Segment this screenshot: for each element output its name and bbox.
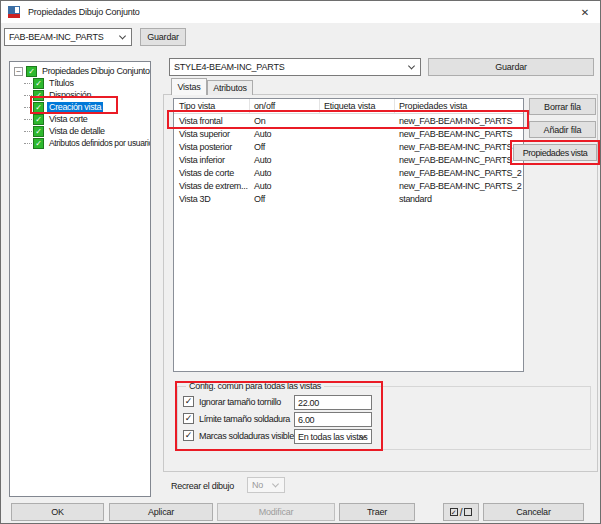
ok-button[interactable]: OK: [11, 503, 104, 521]
cell-tipo: Vista superior: [174, 129, 250, 139]
tab-vistas[interactable]: Vistas: [171, 78, 207, 95]
table-row[interactable]: Vistas de corte Auto new_FAB-BEAM-INC_PA…: [174, 166, 523, 179]
cell-props: new_FAB-BEAM-INC_PARTS: [395, 142, 523, 152]
save-profile-button[interactable]: Guardar: [140, 28, 186, 46]
dialog-window: Propiedades Dibujo Conjunto ✕ FAB-BEAM-I…: [0, 0, 601, 524]
style-combobox[interactable]: STYLE4-BEAM-INC_PARTS: [169, 58, 421, 76]
checkbox-checked-icon[interactable]: ✓: [33, 114, 44, 125]
tab-atributos[interactable]: Atributos: [207, 80, 253, 95]
weld-marks-select-value: En todas las vistas: [298, 432, 367, 442]
table-row[interactable]: Vista superior Auto new_FAB-BEAM-INC_PAR…: [174, 127, 523, 140]
checkbox-checked-icon[interactable]: ✓: [33, 78, 44, 89]
tree-connector: [24, 107, 32, 108]
views-table-header: Tipo vista on/off Etiqueta vista Propied…: [174, 99, 523, 114]
tree-connector: [24, 143, 32, 144]
chevron-down-icon: [119, 32, 126, 39]
cell-onoff: Off: [250, 194, 320, 204]
title-bar: Propiedades Dibujo Conjunto ✕: [1, 1, 600, 23]
recreate-drawing-label: Recrear el dibujo: [171, 481, 234, 491]
tree-item-label-selected[interactable]: Creación vista: [47, 102, 103, 112]
checkbox-checked-icon[interactable]: ✓: [33, 90, 44, 101]
checkbox-checked-icon[interactable]: ✓: [26, 66, 37, 77]
tree-item-atributos-usuario[interactable]: ✓ Atributos definidos por usuario: [24, 137, 151, 149]
tree-item-label[interactable]: Títulos: [47, 78, 76, 88]
table-row-selected[interactable]: Vista frontal On new_FAB-BEAM-INC_PARTS: [174, 114, 523, 127]
table-row[interactable]: Vista posterior Off new_FAB-BEAM-INC_PAR…: [174, 140, 523, 153]
checkbox-checked-icon[interactable]: ✓: [183, 430, 194, 441]
column-header-propiedades[interactable]: Propiedades vista: [395, 99, 523, 113]
tree-connector: [24, 119, 32, 120]
app-icon: [8, 6, 20, 18]
views-table: Tipo vista on/off Etiqueta vista Propied…: [173, 98, 524, 372]
get-button[interactable]: Traer: [339, 503, 415, 521]
table-row[interactable]: Vistas de extrem... Auto new_FAB-BEAM-IN…: [174, 179, 523, 192]
tree-item-creacion-vista[interactable]: ✓ Creación vista: [24, 101, 103, 113]
checkbox-checked-icon[interactable]: ✓: [183, 413, 194, 424]
cell-props: new_FAB-BEAM-INC_PARTS: [395, 116, 523, 126]
cell-props: new_FAB-BEAM-INC_PARTS: [395, 155, 523, 165]
cell-tipo: Vistas de corte: [174, 168, 250, 178]
options-tree: − ✓ Propiedades Dibujo Conjunto ✓ Título…: [9, 61, 151, 497]
delete-row-button[interactable]: Borrar fila: [529, 98, 596, 115]
tree-item-titulos[interactable]: ✓ Títulos: [24, 77, 76, 89]
tree-item-label[interactable]: Atributos definidos por usuario: [47, 138, 151, 148]
column-header-etiqueta[interactable]: Etiqueta vista: [320, 99, 395, 113]
apply-button[interactable]: Aplicar: [109, 503, 213, 521]
weld-marks-select[interactable]: En todas las vistas: [294, 429, 372, 444]
tree-connector: [24, 83, 32, 84]
cell-onoff: Auto: [250, 155, 320, 165]
view-properties-button[interactable]: Propiedades vista: [513, 144, 597, 161]
tree-item-vista-detalle[interactable]: ✓ Vista de detalle: [24, 125, 107, 137]
tree-item-vista-corte[interactable]: ✓ Vista corte: [24, 113, 90, 125]
config-row-tornillo: ✓ Ignorar tamaño tornillo: [183, 396, 281, 407]
cell-onoff: On: [250, 116, 320, 126]
config-row-soldadura: ✓ Límite tamaño soldadura: [183, 413, 290, 424]
checkbox-checked-icon: ✓: [450, 508, 458, 516]
profile-combobox-value: FAB-BEAM-INC_PARTS: [9, 32, 104, 42]
tree-item-label[interactable]: Vista corte: [47, 114, 90, 124]
config-group-legend: Config. común para todas las vistas: [186, 381, 324, 391]
chevron-down-icon: [272, 480, 279, 487]
cell-props: standard: [395, 194, 523, 204]
toggle-checkboxes-button[interactable]: ✓ /: [443, 503, 479, 521]
cell-props: new_FAB-BEAM-INC_PARTS_2: [395, 181, 523, 191]
window-title: Propiedades Dibujo Conjunto: [28, 7, 140, 17]
config-row-marcas: ✓ Marcas soldaduras visibles:: [183, 430, 300, 441]
checkbox-checked-icon[interactable]: ✓: [33, 138, 44, 149]
profile-combobox[interactable]: FAB-BEAM-INC_PARTS: [4, 28, 132, 46]
checkbox-empty-icon: [464, 508, 472, 516]
slash-separator: /: [460, 507, 463, 518]
recreate-drawing-select[interactable]: No: [247, 477, 285, 493]
table-row[interactable]: Vista inferior Auto new_FAB-BEAM-INC_PAR…: [174, 153, 523, 166]
column-header-tipo-vista[interactable]: Tipo vista: [174, 99, 250, 113]
cancel-button[interactable]: Cancelar: [483, 503, 584, 521]
bolt-size-input[interactable]: 22.00: [294, 395, 372, 410]
save-style-button[interactable]: Guardar: [428, 58, 594, 76]
checkbox-checked-icon[interactable]: ✓: [183, 396, 194, 407]
tree-item-label[interactable]: Propiedades Dibujo Conjunto: [40, 66, 151, 76]
checkbox-checked-icon[interactable]: ✓: [33, 126, 44, 137]
checkbox-checked-icon[interactable]: ✓: [33, 102, 44, 113]
cell-onoff: Auto: [250, 168, 320, 178]
close-icon[interactable]: ✕: [570, 1, 600, 23]
cell-tipo: Vista frontal: [174, 116, 250, 126]
weld-size-input[interactable]: 6.00: [294, 412, 372, 427]
tree-item-label[interactable]: Vista de detalle: [47, 126, 107, 136]
cell-onoff: Auto: [250, 129, 320, 139]
add-row-button[interactable]: Añadir fila: [529, 121, 596, 138]
cell-tipo: Vista 3D: [174, 194, 250, 204]
tree-item-disposicion[interactable]: ✓ Disposición: [24, 89, 93, 101]
style-combobox-value: STYLE4-BEAM-INC_PARTS: [174, 62, 285, 72]
collapse-icon[interactable]: −: [14, 67, 23, 76]
tree-connector: [24, 95, 32, 96]
recreate-drawing-value: No: [252, 480, 263, 490]
modify-button[interactable]: Modificar: [217, 503, 335, 521]
cell-onoff: Off: [250, 142, 320, 152]
tree-item-label[interactable]: Disposición: [47, 90, 93, 100]
chevron-down-icon: [408, 62, 415, 69]
config-label: Marcas soldaduras visibles:: [199, 431, 300, 441]
column-header-onoff[interactable]: on/off: [250, 99, 320, 113]
table-row[interactable]: Vista 3D Off standard: [174, 192, 523, 205]
cell-props: new_FAB-BEAM-INC_PARTS: [395, 129, 523, 139]
tree-item-root[interactable]: − ✓ Propiedades Dibujo Conjunto: [14, 65, 151, 77]
